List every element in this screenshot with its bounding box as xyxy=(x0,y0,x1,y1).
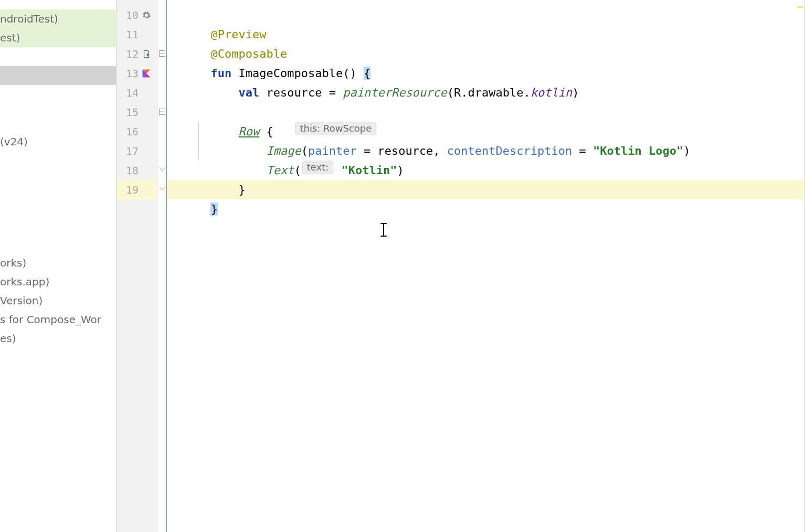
code-line[interactable]: fun ImageComposable() { xyxy=(167,44,805,63)
gutter-row[interactable]: 10 xyxy=(116,5,157,25)
line-number: 11 xyxy=(116,28,139,41)
code-line[interactable] xyxy=(167,83,805,102)
gutter-row[interactable]: 15 xyxy=(116,102,157,122)
kotlin-icon[interactable] xyxy=(142,69,151,78)
line-number: 15 xyxy=(116,106,139,119)
brace-close: } xyxy=(210,203,217,216)
fold-end-icon[interactable] xyxy=(158,166,166,174)
tree-item[interactable]: ndroidTest) xyxy=(0,9,116,28)
code-line[interactable]: } xyxy=(167,161,805,180)
line-number: 10 xyxy=(116,9,139,22)
tree-item[interactable]: Version) xyxy=(0,291,116,310)
tree-label: est) xyxy=(0,31,20,44)
fold-collapse-icon[interactable] xyxy=(158,108,166,115)
tree-label: orks) xyxy=(0,257,26,269)
ide-root: ndroidTest) est) (v24) orks) orks.app) V… xyxy=(0,0,805,532)
line-number: 17 xyxy=(116,145,139,157)
gutter-row[interactable]: 13 xyxy=(116,63,157,83)
tree-item[interactable]: est) xyxy=(0,28,116,47)
tree-item[interactable]: orks) xyxy=(0,253,116,272)
tree-item[interactable]: (v24) xyxy=(0,132,116,151)
fold-end-icon[interactable] xyxy=(158,186,166,193)
fold-column[interactable] xyxy=(157,0,167,532)
line-number: 18 xyxy=(116,164,139,177)
tree-item-selected[interactable] xyxy=(0,66,116,85)
gutter-row[interactable]: 12 xyxy=(116,44,157,63)
tree-label: s for Compose_Wor xyxy=(0,313,101,326)
gutter-row[interactable]: 18 xyxy=(116,161,157,180)
run-icon[interactable] xyxy=(142,49,151,59)
gutter-row[interactable]: 14 xyxy=(116,83,157,102)
line-number: 16 xyxy=(116,125,139,138)
fold-collapse-icon[interactable] xyxy=(158,50,166,57)
tree-label: es) xyxy=(0,332,16,345)
code-line[interactable]: } xyxy=(167,180,805,199)
code-line[interactable]: Image(painter = resource, contentDescrip… xyxy=(167,122,805,141)
gear-icon[interactable] xyxy=(142,10,151,20)
line-number: 13 xyxy=(116,67,139,80)
tree-item[interactable]: es) xyxy=(0,329,116,348)
code-line[interactable]: Row { this: RowScope xyxy=(167,102,805,122)
tree-label: (v24) xyxy=(0,135,28,148)
gutter-row[interactable]: 16 xyxy=(116,122,157,141)
code-line[interactable]: val resource = painterResource(R.drawabl… xyxy=(167,63,805,83)
line-number: 14 xyxy=(116,87,139,99)
line-number: 12 xyxy=(116,48,139,60)
tree-item[interactable]: s for Compose_Wor xyxy=(0,310,116,329)
gutter-row[interactable]: 11 xyxy=(116,25,157,44)
gutter-row-current[interactable]: 19 xyxy=(116,180,157,199)
tree-label: orks.app) xyxy=(0,275,49,288)
tree-label: Version) xyxy=(0,294,43,307)
line-number: 19 xyxy=(116,184,139,196)
code-line[interactable]: @Composable xyxy=(167,25,805,44)
text-cursor-icon xyxy=(338,204,346,217)
tree-item[interactable]: orks.app) xyxy=(0,272,116,291)
warning-marker[interactable] xyxy=(797,6,803,8)
tree-item[interactable] xyxy=(0,47,116,66)
editor-gutter[interactable]: 10 11 12 13 14 15 16 xyxy=(116,0,157,532)
project-tree[interactable]: ndroidTest) est) (v24) orks) orks.app) V… xyxy=(0,0,116,532)
code-line[interactable]: @Preview xyxy=(167,5,805,25)
tree-label: ndroidTest) xyxy=(0,13,58,25)
code-line[interactable]: Text(text: "Kotlin") xyxy=(167,141,805,161)
code-editor[interactable]: @Preview @Composable fun ImageComposable… xyxy=(167,0,805,532)
gutter-row[interactable]: 17 xyxy=(116,141,157,161)
